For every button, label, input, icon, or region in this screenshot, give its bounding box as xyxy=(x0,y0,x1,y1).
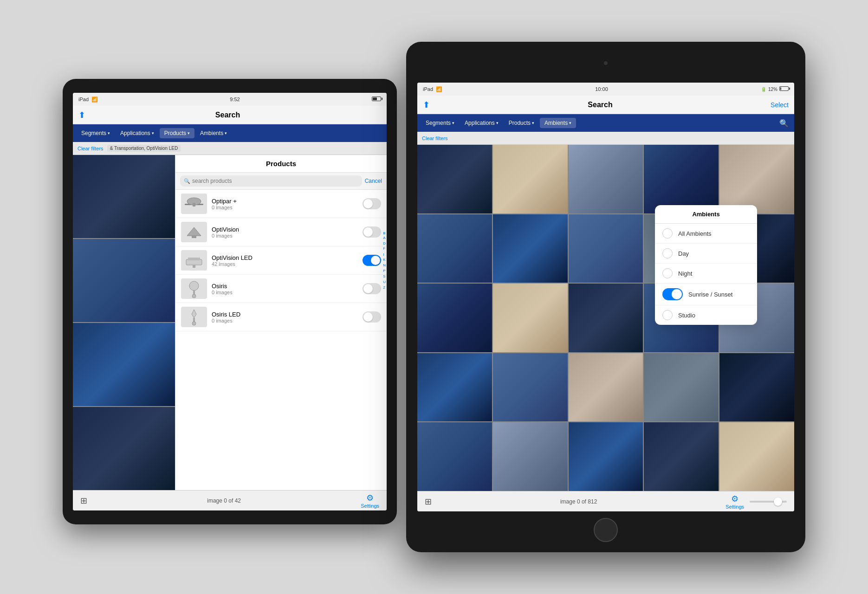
large-ipad-screen: iPad 📶 10:00 🔋 12% ⬆ Search xyxy=(417,83,794,511)
product-item-osiris-led[interactable]: Osiris LED 0 images xyxy=(175,303,387,331)
ambient-item-night[interactable]: Night xyxy=(655,264,757,284)
large-grid-cell-24[interactable] xyxy=(719,422,794,491)
products-list: Optipar + 0 images xyxy=(175,190,387,331)
products-search-bar[interactable]: 🔍 xyxy=(180,175,362,187)
bg-cell-10 xyxy=(73,407,177,490)
large-grid-cell-2[interactable] xyxy=(569,145,643,213)
product-thumb-optipar xyxy=(181,194,207,214)
small-status-bar: iPad 📶 9:52 xyxy=(73,93,387,106)
large-grid-cell-16[interactable] xyxy=(493,353,568,422)
ambient-radio-night[interactable] xyxy=(662,268,673,278)
toggle-osiris-led[interactable] xyxy=(363,311,381,323)
ambient-item-studio[interactable]: Studio xyxy=(655,305,757,325)
ambient-label-all: All Ambients xyxy=(678,230,712,237)
small-ipad-screen: iPad 📶 9:52 ⬆ Search xyxy=(73,93,387,510)
large-grid-cell-5[interactable] xyxy=(417,214,492,283)
small-image-count: image 0 of 42 xyxy=(87,497,361,504)
large-grid-cell-3[interactable] xyxy=(644,145,719,213)
ambient-radio-studio[interactable] xyxy=(662,310,673,320)
large-grid-icon[interactable]: ⊞ xyxy=(425,497,432,507)
small-nav-title: Search xyxy=(85,111,370,119)
small-gear-icon: ⚙ xyxy=(366,493,374,503)
large-clear-filters[interactable]: Clear filters xyxy=(422,136,448,141)
large-grid-cell-17[interactable] xyxy=(569,353,643,422)
small-seg-applications[interactable]: Applications ▾ xyxy=(116,128,159,138)
toggle-optivision[interactable] xyxy=(363,226,381,238)
large-seg-applications[interactable]: Applications ▾ xyxy=(460,118,503,128)
large-slider-thumb[interactable] xyxy=(774,497,782,506)
svg-rect-2 xyxy=(193,203,195,207)
small-ipad-label: iPad xyxy=(78,97,89,102)
svg-rect-5 xyxy=(188,258,200,260)
ambient-toggle-sunrise[interactable] xyxy=(662,288,683,300)
products-cancel-button[interactable]: Cancel xyxy=(365,178,382,184)
small-settings-label: Settings xyxy=(361,503,379,509)
large-grid-cell-11[interactable] xyxy=(493,284,568,352)
ambient-item-all[interactable]: All Ambients xyxy=(655,224,757,244)
ambient-label-studio: Studio xyxy=(678,312,695,319)
large-grid-cell-4[interactable] xyxy=(719,145,794,213)
toggle-osiris[interactable] xyxy=(363,283,381,294)
large-seg-segments[interactable]: Segments ▾ xyxy=(421,118,459,128)
ambient-radio-all[interactable] xyxy=(662,228,673,239)
large-bluetooth-icon: 🔋 xyxy=(761,87,766,92)
large-share-button[interactable]: ⬆ xyxy=(423,100,430,110)
product-item-optivision[interactable]: OptiVision 0 images xyxy=(175,218,387,246)
large-seg-products[interactable]: Products ▾ xyxy=(504,118,539,128)
large-grid-cell-23[interactable] xyxy=(644,422,719,491)
product-thumb-osiris xyxy=(181,278,207,299)
small-seg-ambients[interactable]: Ambients ▾ xyxy=(195,128,232,138)
large-battery-icon xyxy=(779,86,789,92)
large-filter-bar: Clear filters xyxy=(417,132,794,145)
product-item-optipar[interactable]: Optipar + 0 images xyxy=(175,190,387,218)
large-grid-cell-1[interactable] xyxy=(493,145,568,213)
product-thumb-optivision xyxy=(181,222,207,242)
small-seg-segments[interactable]: Segments ▾ xyxy=(77,128,115,138)
products-search-input[interactable] xyxy=(192,178,358,184)
large-grid-cell-0[interactable] xyxy=(417,145,492,213)
ambient-item-sunrise[interactable]: Sunrise / Sunset xyxy=(655,284,757,305)
large-grid-cell-19[interactable] xyxy=(719,353,794,422)
small-seg-products[interactable]: Products ▾ xyxy=(160,128,194,138)
large-grid-cell-18[interactable] xyxy=(644,353,719,422)
large-gear-icon: ⚙ xyxy=(731,494,738,504)
large-grid-cell-10[interactable] xyxy=(417,284,492,352)
product-item-osiris[interactable]: Osiris 0 images xyxy=(175,275,387,303)
large-search-icon[interactable]: 🔍 xyxy=(777,117,790,129)
small-seg-segments-chevron: ▾ xyxy=(108,131,110,136)
large-grid-cell-12[interactable] xyxy=(569,284,643,352)
bg-cell-4 xyxy=(73,239,177,322)
large-grid-cell-22[interactable] xyxy=(569,422,643,491)
small-share-button[interactable]: ⬆ xyxy=(78,110,85,120)
large-seg-products-chevron: ▾ xyxy=(532,121,534,125)
product-name-osiris-led: Osiris LED xyxy=(212,311,358,318)
toggle-optipar[interactable] xyxy=(363,198,381,209)
large-grid-cell-15[interactable] xyxy=(417,353,492,422)
large-grid-cell-6[interactable] xyxy=(493,214,568,283)
toggle-optivision-led[interactable] xyxy=(363,255,381,266)
small-seg-products-chevron: ▾ xyxy=(188,131,190,136)
product-name-optipar: Optipar + xyxy=(212,198,358,205)
large-grid-cell-7[interactable] xyxy=(569,214,643,283)
large-ipad-home-button[interactable] xyxy=(594,518,618,542)
product-count-optipar: 0 images xyxy=(212,205,358,210)
large-segment-bar: Segments ▾ Applications ▾ Products ▾ Amb… xyxy=(417,114,794,132)
ambient-item-day[interactable]: Day xyxy=(655,244,757,264)
small-grid-icon[interactable]: ⊞ xyxy=(80,496,87,506)
ambient-label-night: Night xyxy=(678,270,692,277)
large-slider[interactable] xyxy=(750,501,787,503)
small-settings-button[interactable]: ⚙ Settings xyxy=(361,493,379,509)
ambient-radio-day[interactable] xyxy=(662,248,673,258)
ambient-label-sunrise: Sunrise / Sunset xyxy=(688,291,732,298)
large-grid-cell-20[interactable] xyxy=(417,422,492,491)
large-bottom-bar: ⊞ image 0 of 812 ⚙ Settings xyxy=(417,491,794,511)
product-info-osiris-led: Osiris LED 0 images xyxy=(212,311,358,323)
small-clear-filters[interactable]: Clear filters xyxy=(78,146,104,151)
search-magnifier-icon: 🔍 xyxy=(184,178,190,184)
large-grid-cell-21[interactable] xyxy=(493,422,568,491)
large-select-button[interactable]: Select xyxy=(771,101,789,109)
product-item-optivision-led[interactable]: OptiVision LED 42 images xyxy=(175,246,387,275)
large-settings-button[interactable]: ⚙ Settings xyxy=(725,494,744,510)
large-seg-ambients[interactable]: Ambients ▾ xyxy=(540,118,576,128)
product-info-optipar: Optipar + 0 images xyxy=(212,198,358,210)
